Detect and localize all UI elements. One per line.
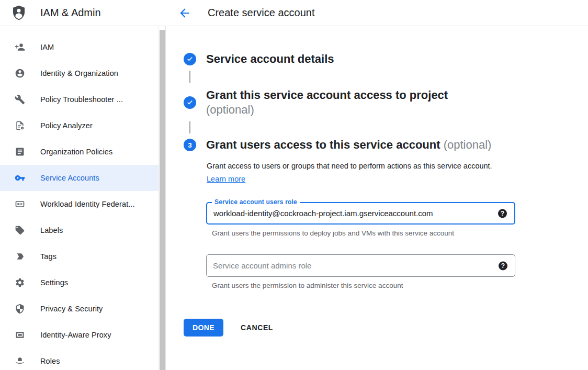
membership-card-icon (15, 199, 25, 209)
sidebar-nav: IAM Identity & Organization Policy Troub… (0, 26, 166, 370)
back-button[interactable] (178, 6, 191, 20)
person-add-icon (15, 42, 25, 52)
step-connector (189, 121, 190, 133)
sidebar-item-label: Labels (40, 226, 63, 234)
step-2-title: Grant this service account access to pro… (206, 88, 448, 117)
sidebar-scrollbar[interactable] (159, 26, 166, 370)
sidebar-item-label: Service Accounts (40, 174, 99, 182)
users-role-input[interactable] (207, 203, 488, 223)
sidebar-item-identity-organization[interactable]: Identity & Organization (0, 60, 159, 86)
step-3-optional-label: (optional) (444, 138, 492, 151)
step-3-title: Grant users access to this service accou… (206, 138, 491, 152)
sidebar-item-identity-aware-proxy[interactable]: Identity-Aware Proxy (0, 322, 159, 348)
users-role-field: Service account users role ? (206, 202, 515, 225)
tag-arrow-icon (15, 251, 25, 262)
sidebar-item-tags[interactable]: Tags (0, 243, 159, 270)
admins-role-helper-text: Grant users the permission to administer… (212, 282, 515, 289)
step-3-actions: DONE CANCEL (184, 319, 588, 337)
admins-role-input[interactable] (207, 255, 489, 276)
sidebar: IAM Identity & Organization Policy Troub… (0, 26, 166, 370)
cancel-button[interactable]: CANCEL (241, 323, 273, 332)
step-3-title-text: Grant users access to this service accou… (206, 138, 440, 151)
sidebar-item-iam[interactable]: IAM (0, 34, 159, 60)
sidebar-item-label: Identity-Aware Proxy (40, 331, 111, 339)
sidebar-item-label: Roles (40, 357, 60, 365)
step-1-title: Service account details (206, 52, 334, 66)
admins-role-field-block: ? Grant users the permission to administ… (206, 254, 515, 289)
step-1-header[interactable]: Service account details (184, 52, 588, 66)
users-role-helper-text: Grant users the permissions to deploy jo… (212, 229, 515, 237)
step-3-header[interactable]: 3 Grant users access to this service acc… (184, 138, 588, 152)
sidebar-scrollbar-thumb[interactable] (160, 30, 165, 370)
step-connector (189, 71, 190, 83)
proxy-icon (15, 330, 25, 340)
sidebar-item-policy-analyzer[interactable]: Policy Analyzer (0, 113, 159, 139)
step-2-optional-label: (optional) (206, 103, 448, 117)
shield-icon (15, 304, 25, 314)
product-brand: IAM & Admin (0, 4, 166, 22)
account-circle-icon (15, 68, 25, 79)
users-role-field-block: Service account users role ? Grant users… (206, 202, 515, 237)
help-icon[interactable]: ? (499, 261, 507, 270)
sidebar-item-label: Tags (40, 252, 56, 261)
sidebar-item-label: IAM (40, 43, 54, 51)
sidebar-item-label: Policy Troubleshooter ... (40, 95, 123, 104)
sidebar-item-roles[interactable]: Roles (0, 348, 159, 370)
sidebar-item-workload-identity-federation[interactable]: Workload Identity Federat... (0, 191, 159, 217)
page-title: Create service account (208, 7, 315, 19)
gear-icon (15, 277, 25, 288)
sidebar-item-privacy-security[interactable]: Privacy & Security (0, 296, 159, 322)
service-account-key-icon (15, 173, 25, 183)
done-button[interactable]: DONE (184, 319, 223, 337)
sidebar-item-policy-troubleshooter[interactable]: Policy Troubleshooter ... (0, 86, 159, 113)
article-icon (15, 147, 25, 157)
hat-icon (15, 356, 25, 366)
sidebar-item-settings[interactable]: Settings (0, 270, 159, 296)
create-service-account-stepper: Service account details Grant this servi… (166, 26, 588, 152)
top-bar: IAM & Admin Create service account (0, 0, 588, 26)
sidebar-item-labels[interactable]: Labels (0, 217, 159, 243)
wrench-icon (15, 94, 25, 105)
sidebar-item-label: Policy Analyzer (40, 121, 93, 130)
step-3-body: Grant access to users or groups that nee… (206, 160, 588, 289)
learn-more-link[interactable]: Learn more (207, 175, 245, 183)
sidebar-item-label: Privacy & Security (40, 305, 103, 313)
sidebar-item-service-accounts[interactable]: Service Accounts (0, 165, 159, 191)
sidebar-item-label: Settings (40, 278, 68, 287)
iam-shield-person-icon (12, 4, 27, 22)
step-2-title-text: Grant this service account access to pro… (206, 88, 448, 102)
step-complete-check-icon (184, 53, 196, 65)
step-3-description: Grant access to users or groups that nee… (207, 160, 501, 186)
sidebar-item-label: Organization Policies (40, 148, 112, 156)
step-3-description-text: Grant access to users or groups that nee… (207, 162, 492, 170)
label-icon (15, 225, 25, 236)
product-title: IAM & Admin (40, 7, 101, 19)
back-arrow-icon (178, 6, 191, 20)
step-2-header[interactable]: Grant this service account access to pro… (184, 88, 588, 117)
sidebar-item-label: Workload Identity Federat... (40, 200, 135, 208)
document-gear-icon (15, 120, 25, 131)
main-content: Service account details Grant this servi… (166, 26, 588, 370)
step-3-number-badge: 3 (184, 139, 196, 151)
admins-role-field: ? (206, 254, 515, 277)
sidebar-item-label: Identity & Organization (40, 69, 118, 77)
help-icon[interactable]: ? (498, 209, 507, 218)
sidebar-item-organization-policies[interactable]: Organization Policies (0, 139, 159, 165)
step-complete-check-icon (184, 96, 196, 109)
